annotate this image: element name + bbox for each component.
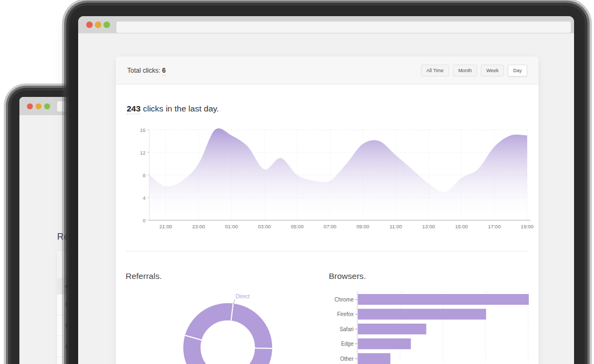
svg-text:4: 4 (143, 195, 146, 201)
time-filter-group: All TimeMonthWeekDay (421, 65, 527, 76)
svg-text:Chrome: Chrome (334, 297, 354, 303)
minimize-window-icon[interactable] (95, 22, 101, 28)
browsers-title: Browsers. (329, 271, 366, 281)
filter-button-day[interactable]: Day (508, 65, 527, 76)
svg-text:Other: Other (340, 356, 354, 362)
clicks-headline: 243 clicks in the last day. (127, 104, 219, 114)
svg-text:07:00: 07:00 (323, 223, 336, 229)
total-clicks-value: 6 (162, 67, 166, 75)
svg-text:15:00: 15:00 (455, 223, 468, 229)
svg-text:03:00: 03:00 (258, 223, 271, 229)
total-clicks-label: Total clicks: 6 (127, 67, 165, 74)
fullscreen-window-icon[interactable] (103, 22, 110, 28)
svg-text:12: 12 (140, 150, 146, 156)
main-browser-window: Total clicks: 6 All TimeMonthWeekDay 243… (78, 16, 574, 364)
browsers-bar-chart: ChromeFirefoxSafariEdgeOther (328, 288, 541, 364)
clicks-count: 243 (127, 104, 141, 114)
clicks-headline-text: clicks in the last day. (141, 104, 219, 113)
close-window-icon[interactable] (27, 103, 33, 109)
svg-text:Firefox: Firefox (337, 311, 354, 317)
main-address-bar[interactable] (116, 22, 571, 33)
card-header: Total clicks: 6 All TimeMonthWeekDay (116, 57, 538, 85)
svg-text:09:00: 09:00 (356, 223, 369, 229)
filter-button-month[interactable]: Month (453, 65, 477, 76)
svg-text:16: 16 (140, 127, 146, 133)
fullscreen-window-icon[interactable] (44, 103, 50, 109)
svg-text:17:00: 17:00 (488, 223, 501, 229)
close-window-icon[interactable] (86, 22, 93, 28)
svg-text:0: 0 (143, 218, 146, 223)
svg-text:Safari: Safari (340, 326, 354, 332)
svg-text:8: 8 (143, 172, 146, 178)
filter-button-all-time[interactable]: All Time (421, 65, 449, 76)
filter-button-week[interactable]: Week (481, 65, 504, 76)
svg-text:23:00: 23:00 (192, 223, 205, 229)
referrals-donut-chart: Direct (178, 288, 286, 364)
svg-text:13:00: 13:00 (422, 223, 435, 229)
clicks-area-chart: 048121621:0023:0001:0003:0005:0007:0009:… (135, 125, 536, 233)
svg-text:21:00: 21:00 (160, 223, 172, 229)
minimize-window-icon[interactable] (36, 103, 42, 109)
donut-slice-label-direct: Direct (236, 293, 250, 299)
referrals-title: Referrals. (126, 271, 162, 281)
svg-text:05:00: 05:00 (291, 223, 303, 229)
svg-text:Edge: Edge (341, 341, 354, 347)
svg-text:01:00: 01:00 (225, 223, 238, 229)
analytics-card: Total clicks: 6 All TimeMonthWeekDay 243… (116, 57, 538, 364)
total-clicks-text: Total clicks: (127, 67, 160, 74)
svg-text:11:00: 11:00 (390, 223, 402, 229)
section-divider (127, 251, 528, 251)
svg-text:19:00: 19:00 (521, 223, 534, 229)
